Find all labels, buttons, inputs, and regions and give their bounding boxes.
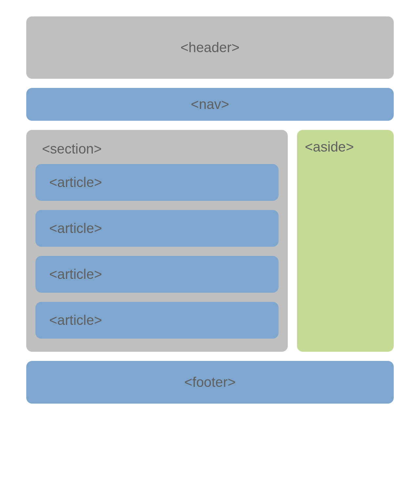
footer-region: <footer>	[26, 361, 394, 404]
section-label: <section>	[35, 140, 279, 164]
main-content-row: <section> <article> <article> <article> …	[26, 130, 394, 352]
nav-region: <nav>	[26, 88, 394, 121]
nav-label: <nav>	[191, 96, 229, 112]
footer-label: <footer>	[184, 374, 236, 390]
header-region: <header>	[26, 16, 394, 79]
header-label: <header>	[180, 40, 240, 55]
article-label: <article>	[49, 175, 102, 190]
article-region: <article>	[35, 256, 279, 293]
aside-label: <aside>	[305, 139, 354, 155]
article-label: <article>	[49, 312, 102, 328]
article-region: <article>	[35, 210, 279, 247]
article-label: <article>	[49, 266, 102, 282]
article-label: <article>	[49, 220, 102, 236]
article-region: <article>	[35, 302, 279, 339]
article-region: <article>	[35, 164, 279, 201]
section-region: <section> <article> <article> <article> …	[26, 130, 288, 352]
html5-layout-diagram: <header> <nav> <section> <article> <arti…	[26, 16, 394, 404]
aside-region: <aside>	[297, 130, 394, 352]
